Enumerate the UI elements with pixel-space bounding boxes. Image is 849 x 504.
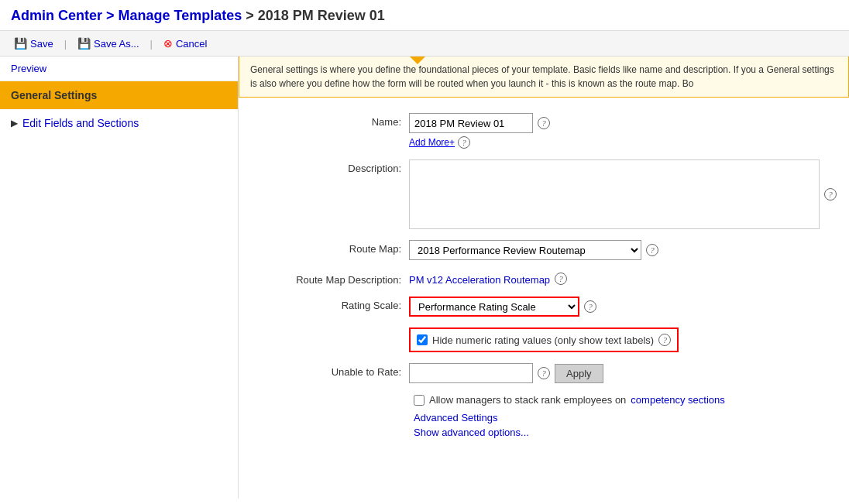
rating-scale-select-row: Performance Rating Scale ? [409,297,596,317]
add-more-link[interactable]: Add More+ [409,137,455,148]
unable-to-rate-row: Unable to Rate: ? Apply [262,363,826,383]
description-row: Description: ? [262,159,826,229]
breadcrumb-sep2: > [242,8,258,23]
description-input-row: ? [409,159,837,229]
breadcrumb-current: 2018 PM Review 01 [258,8,385,23]
rating-scale-label: Rating Scale: [262,297,409,311]
hide-numeric-text: Hide numeric rating values (only show te… [432,334,654,346]
route-map-row: Route Map: 2018 Performance Review Route… [262,240,826,260]
unable-to-rate-label: Unable to Rate: [262,363,409,378]
name-input-row: ? [409,113,550,133]
route-map-label: Route Map: [262,240,409,255]
content-area: General settings is where you define the… [239,57,849,499]
route-map-desc-value: PM v12 Acceleration Routemap [409,271,550,286]
breadcrumb-sep1: > [102,8,119,23]
cancel-icon: ⊗ [163,37,173,50]
advanced-settings-row: Advanced Settings [414,412,826,423]
cancel-label: Cancel [176,38,207,50]
main-layout: Preview General Settings ▶ Edit Fields a… [0,57,849,499]
add-more-row: Add More+ ? [409,136,550,149]
hide-numeric-help-icon[interactable]: ? [658,334,671,346]
route-map-desc-help-icon[interactable]: ? [555,273,567,285]
stack-rank-row: Allow managers to stack rank employees o… [414,394,826,406]
hide-numeric-control-area: Hide numeric rating values (only show te… [409,327,679,352]
toolbar-separator-1: | [64,38,67,50]
advanced-settings-link[interactable]: Advanced Settings [414,412,497,423]
sidebar-item-edit-fields[interactable]: ▶ Edit Fields and Sections [0,109,238,137]
save-label: Save [30,38,53,50]
name-input[interactable] [409,113,533,133]
sidebar-item-general-settings[interactable]: General Settings [0,81,238,109]
route-map-desc-link[interactable]: PM v12 Acceleration Routemap [409,274,550,286]
sidebar-item-preview[interactable]: Preview [0,57,238,81]
arrow-right-icon: ▶ [11,118,18,129]
add-more-help-icon[interactable]: ? [458,136,470,149]
hide-numeric-row: Hide numeric rating values (only show te… [262,327,826,352]
rating-scale-select[interactable]: Performance Rating Scale [409,297,579,317]
description-control-area: ? [409,159,837,229]
save-as-icon: 💾 [77,37,91,50]
sidebar: Preview General Settings ▶ Edit Fields a… [0,57,239,499]
toolbar-separator-2: | [150,38,153,50]
stack-rank-checkbox[interactable] [414,395,424,406]
hide-numeric-label-spacer [262,327,409,331]
route-map-select-row: 2018 Performance Review Routemap ? [409,240,658,260]
unable-to-rate-control-area: ? Apply [409,363,603,383]
route-map-help-icon[interactable]: ? [646,244,658,256]
description-label: Description: [262,159,409,174]
apply-button[interactable]: Apply [555,364,603,383]
save-as-button[interactable]: 💾 Save As... [74,36,143,51]
route-map-desc-control-area: PM v12 Acceleration Routemap ? [409,271,567,286]
rating-scale-control-area: Performance Rating Scale ? [409,297,596,317]
description-textarea[interactable] [409,159,820,229]
info-banner: General settings is where you define the… [239,57,849,98]
unable-to-rate-help-icon[interactable]: ? [538,367,550,379]
name-row: Name: ? Add More+ ? [262,113,826,149]
route-map-desc-value-row: PM v12 Acceleration Routemap ? [409,271,567,286]
show-advanced-link[interactable]: Show advanced options... [414,427,529,438]
name-control-area: ? Add More+ ? [409,113,550,149]
rating-scale-row: Rating Scale: Performance Rating Scale ? [262,297,826,317]
save-button[interactable]: 💾 Save [11,36,57,51]
stack-rank-text: Allow managers to stack rank employees o… [429,394,626,406]
page-header: Admin Center > Manage Templates > 2018 P… [0,0,849,31]
hide-numeric-box: Hide numeric rating values (only show te… [409,327,679,352]
route-map-control-area: 2018 Performance Review Routemap ? [409,240,658,260]
rating-scale-help-icon[interactable]: ? [584,300,596,313]
route-map-desc-label: Route Map Description: [262,271,409,286]
cancel-button[interactable]: ⊗ Cancel [160,36,210,51]
form-area: Name: ? Add More+ ? Description: [239,98,849,457]
breadcrumb-part2[interactable]: Manage Templates [119,8,242,23]
toolbar: 💾 Save | 💾 Save As... | ⊗ Cancel [0,31,849,57]
stack-rank-link[interactable]: competency sections [631,394,724,406]
route-map-select[interactable]: 2018 Performance Review Routemap [409,240,641,260]
unable-to-rate-input-row: ? Apply [409,363,603,383]
save-as-label: Save As... [94,38,139,50]
unable-to-rate-input[interactable] [409,363,533,383]
description-help-icon[interactable]: ? [824,188,837,201]
name-help-icon[interactable]: ? [538,117,550,129]
save-icon: 💾 [14,37,27,50]
route-map-desc-row: Route Map Description: PM v12 Accelerati… [262,271,826,286]
breadcrumb-part1[interactable]: Admin Center [11,8,102,23]
hide-numeric-checkbox[interactable] [417,334,428,345]
name-label: Name: [262,113,409,128]
show-advanced-row: Show advanced options... [414,427,826,438]
